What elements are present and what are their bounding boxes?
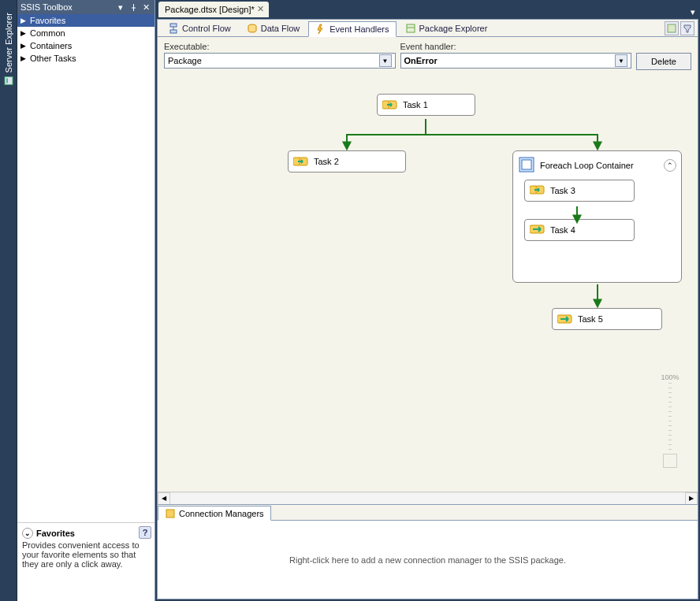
tab-control-flow[interactable]: Control Flow bbox=[161, 20, 238, 36]
tab-label: Package Explorer bbox=[419, 24, 488, 33]
task-node-task2[interactable]: Task 2 bbox=[288, 150, 406, 173]
designer-tabs: Control Flow Data Flow Event Handlers Pa… bbox=[158, 20, 698, 37]
toolbox-item-containers[interactable]: ▶ Containers bbox=[17, 39, 155, 52]
svg-rect-19 bbox=[166, 510, 174, 518]
tab-package-explorer[interactable]: Package Explorer bbox=[398, 20, 495, 36]
task-label: Task 5 bbox=[578, 314, 603, 324]
tab-event-handlers[interactable]: Event Handlers bbox=[308, 21, 396, 37]
toolbox-pin-icon[interactable] bbox=[128, 2, 139, 13]
toolbox-list: ▶ Favorites ▶ Common ▶ Containers ▶ Othe… bbox=[17, 14, 155, 522]
toolbox-item-label: Containers bbox=[30, 41, 72, 50]
toolbox-header: SSIS Toolbox ▾ ✕ bbox=[17, 0, 155, 14]
vertical-tool-strip: Server Explorer bbox=[0, 0, 17, 601]
foreach-loop-container[interactable]: Foreach Loop Container ⌃ Task 3 bbox=[512, 150, 682, 283]
tab-label: Control Flow bbox=[182, 24, 231, 33]
package-explorer-icon bbox=[405, 23, 416, 34]
connection-managers-empty-text: Right-click here to add a new connection… bbox=[289, 555, 566, 565]
zoom-track[interactable] bbox=[668, 383, 672, 451]
designer-canvas[interactable]: Task 1 Task 2 bbox=[158, 72, 698, 492]
task-label: Task 3 bbox=[550, 186, 575, 195]
document-tab-package[interactable]: Package.dtsx [Design]* ✕ bbox=[158, 2, 269, 17]
toolbox-item-label: Other Tasks bbox=[30, 54, 76, 63]
designer-canvas-wrap: Task 1 Task 2 bbox=[158, 72, 698, 492]
svg-rect-6 bbox=[407, 24, 415, 32]
connection-managers-tab-label: Connection Managers bbox=[179, 509, 264, 518]
toolbox-pane-icon[interactable] bbox=[680, 21, 694, 35]
task-label: Task 1 bbox=[403, 100, 428, 109]
task-label: Task 4 bbox=[550, 225, 575, 235]
horizontal-scrollbar[interactable]: ◀ ▶ bbox=[158, 492, 698, 504]
task-icon bbox=[557, 313, 573, 325]
delete-button[interactable]: Delete bbox=[636, 53, 691, 70]
zoom-slider[interactable]: 100% bbox=[658, 373, 682, 468]
task-node-task4[interactable]: Task 4 bbox=[524, 219, 635, 241]
server-explorer-tab[interactable]: Server Explorer bbox=[2, 5, 15, 93]
scroll-right-icon[interactable]: ▶ bbox=[685, 492, 698, 505]
task-node-task3[interactable]: Task 3 bbox=[524, 180, 635, 202]
event-handlers-icon bbox=[315, 24, 326, 35]
description-collapse-icon[interactable]: ⌄ bbox=[22, 528, 33, 539]
connection-managers-panel: Connection Managers Right-click here to … bbox=[158, 504, 698, 599]
description-text: Provides convenient access to your favor… bbox=[22, 540, 150, 569]
zoom-percent: 100% bbox=[661, 373, 679, 381]
dropdown-icon: ▼ bbox=[615, 54, 627, 67]
toolbox-title: SSIS Toolbox bbox=[20, 2, 73, 12]
event-handler-param-row: Executable: Package ▼ Event handler: OnE… bbox=[158, 37, 698, 72]
ssis-toolbox-panel: SSIS Toolbox ▾ ✕ ▶ Favorites ▶ Common ▶ … bbox=[17, 0, 155, 601]
toolbox-description-panel: ⌄ Favorites Provides convenient access t… bbox=[17, 522, 155, 601]
toolbox-item-common[interactable]: ▶ Common bbox=[17, 27, 155, 39]
connection-managers-tab[interactable]: Connection Managers bbox=[158, 506, 271, 521]
svg-rect-3 bbox=[170, 30, 177, 33]
server-explorer-label: Server Explorer bbox=[4, 13, 13, 72]
variables-icon[interactable] bbox=[665, 21, 679, 35]
expand-arrow-icon: ▶ bbox=[20, 42, 27, 50]
task-icon bbox=[293, 155, 309, 168]
task-node-task1[interactable]: Task 1 bbox=[377, 94, 475, 116]
connection-icon bbox=[165, 508, 176, 519]
toolbox-close-icon[interactable]: ✕ bbox=[140, 2, 151, 13]
svg-rect-0 bbox=[5, 76, 13, 84]
tab-label: Data Flow bbox=[261, 24, 300, 33]
data-flow-icon bbox=[247, 23, 258, 34]
task-icon bbox=[530, 184, 545, 198]
foreach-label: Foreach Loop Container bbox=[540, 161, 634, 170]
delete-button-label: Delete bbox=[651, 57, 676, 66]
toolbox-dropdown-icon[interactable]: ▾ bbox=[115, 2, 126, 13]
svg-rect-14 bbox=[522, 160, 531, 169]
toolbox-item-label: Favorites bbox=[30, 16, 65, 25]
task-icon bbox=[530, 223, 545, 237]
expand-arrow-icon: ▶ bbox=[20, 29, 27, 37]
executable-value: Package bbox=[168, 56, 202, 65]
foreach-icon bbox=[518, 156, 535, 175]
toolbox-item-label: Common bbox=[30, 28, 65, 38]
control-flow-icon bbox=[168, 23, 179, 34]
executable-label: Executable: bbox=[164, 42, 396, 51]
tab-label: Event Handlers bbox=[330, 24, 389, 34]
svg-rect-2 bbox=[170, 24, 177, 27]
main-area: Package.dtsx [Design]* ✕ ▾ Control Flow … bbox=[155, 0, 700, 601]
designer-shell: Control Flow Data Flow Event Handlers Pa… bbox=[157, 19, 698, 599]
toolbox-item-favorites[interactable]: ▶ Favorites bbox=[17, 14, 155, 27]
document-tab-label: Package.dtsx [Design]* bbox=[165, 5, 255, 14]
toolbox-item-other-tasks[interactable]: ▶ Other Tasks bbox=[17, 52, 155, 65]
document-tab-close-icon[interactable]: ✕ bbox=[255, 3, 266, 14]
description-title: Favorites bbox=[36, 529, 75, 538]
event-handler-value: OnError bbox=[404, 56, 438, 65]
connection-managers-body[interactable]: Right-click here to add a new connection… bbox=[158, 521, 698, 599]
description-help-icon[interactable]: ? bbox=[139, 526, 151, 539]
zoom-fit-icon[interactable] bbox=[663, 454, 677, 468]
document-tab-bar: Package.dtsx [Design]* ✕ ▾ bbox=[155, 0, 700, 17]
task-label: Task 2 bbox=[314, 157, 339, 166]
scroll-left-icon[interactable]: ◀ bbox=[158, 492, 170, 505]
task-node-task5[interactable]: Task 5 bbox=[552, 308, 662, 330]
event-handler-combo[interactable]: OnError ▼ bbox=[400, 53, 632, 69]
tab-data-flow[interactable]: Data Flow bbox=[240, 20, 307, 36]
expand-arrow-icon: ▶ bbox=[20, 17, 27, 24]
executable-combo[interactable]: Package ▼ bbox=[164, 53, 396, 69]
task-icon bbox=[382, 98, 398, 111]
container-collapse-icon[interactable]: ⌃ bbox=[664, 159, 676, 172]
document-tabs-dropdown-icon[interactable]: ▾ bbox=[686, 7, 700, 17]
svg-rect-8 bbox=[668, 24, 676, 32]
dropdown-icon: ▼ bbox=[379, 54, 392, 67]
event-handler-label: Event handler: bbox=[400, 42, 632, 51]
